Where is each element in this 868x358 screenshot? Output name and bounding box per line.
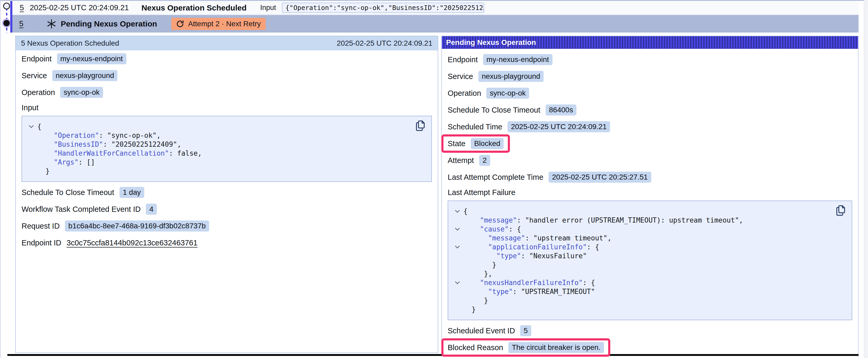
state-annotation-highlight: StateBlocked xyxy=(441,134,510,153)
chevron-gutter xyxy=(455,245,463,249)
json-line: "message": "upstream timeout", xyxy=(455,234,845,242)
json-line: "type": "NexusFailure" xyxy=(455,252,845,260)
pending-asterisk-icon xyxy=(46,19,57,29)
scrollbar-track[interactable] xyxy=(864,0,868,358)
event-details-panel-scheduled: 5 Nexus Operation Scheduled 2025-02-25 U… xyxy=(15,36,438,353)
field-label: Endpoint xyxy=(448,55,478,64)
json-line: }, xyxy=(455,269,845,278)
event-row-scheduled[interactable]: 5 2025-02-25 UTC 20:24:09.21 Nexus Opera… xyxy=(12,1,859,15)
detail-row: Operationsync-op-ok xyxy=(448,85,852,102)
json-line: } xyxy=(28,167,425,175)
field-value-badge: 86400s xyxy=(546,104,577,116)
field-label: Service xyxy=(448,72,473,81)
field-value-badge: sync-op-ok xyxy=(60,87,103,98)
field-label: Last Attempt Complete Time xyxy=(448,173,543,182)
collapse-chevron-icon[interactable] xyxy=(28,125,34,128)
json-line: { xyxy=(455,207,845,216)
detail-row: Workflow Task Completed Event ID4 xyxy=(22,201,432,218)
field-value-badge: 2025-02-25 UTC 20:25:27.51 xyxy=(549,172,651,183)
json-line: "HandlerWaitForCancellation": false, xyxy=(28,149,425,158)
panel-timestamp: 2025-02-25 UTC 20:24:09.21 xyxy=(337,39,432,47)
detail-row: Endpointmy-nexus-endpoint xyxy=(448,51,852,68)
field-value-badge: nexus-playground xyxy=(478,71,544,82)
input-preview-badge: {"Operation":"sync-op-ok","BusinessID":"… xyxy=(282,3,484,13)
event-id-link[interactable]: 5 xyxy=(20,3,24,12)
copy-button[interactable] xyxy=(835,205,846,217)
field-label: Scheduled Time xyxy=(448,123,502,131)
field-value-badge: my-nexus-endpoint xyxy=(57,53,126,64)
detail-row: Schedule To Close Timeout1 day xyxy=(22,184,432,201)
chevron-gutter xyxy=(455,209,463,213)
field-value-badge: 1 day xyxy=(120,187,145,198)
json-viewer: { "message": "handler error (UPSTREAM_TI… xyxy=(448,200,852,320)
detail-row: Blocked ReasonThe circuit breaker is ope… xyxy=(448,339,852,356)
event-marker-open-icon[interactable] xyxy=(3,3,10,9)
field-value-badge: sync-op-ok xyxy=(486,88,529,99)
field-label: Service xyxy=(22,71,47,80)
field-value-badge: nexus-playground xyxy=(52,70,118,81)
panel-header: 5 Nexus Operation Scheduled 2025-02-25 U… xyxy=(16,36,438,51)
retry-badge-label: Attempt 2 · Next Retry xyxy=(188,20,261,28)
event-id-link[interactable]: 5 xyxy=(19,20,23,28)
field-label: State xyxy=(448,139,466,148)
field-label: Workflow Task Completed Event ID xyxy=(22,205,141,214)
field-label: Attempt xyxy=(448,156,474,165)
retry-badge: Attempt 2 · Next Retry xyxy=(171,18,266,30)
event-row-pending[interactable]: 5 Pending Nexus Operation Attempt 2 · Ne… xyxy=(12,15,859,33)
copy-icon xyxy=(415,120,426,131)
detail-row: Scheduled Time2025-02-25 UTC 20:24:09.21 xyxy=(448,118,852,135)
field-label: Operation xyxy=(448,89,481,98)
window-bottom-edge xyxy=(7,354,859,356)
input-label: Input xyxy=(260,4,276,12)
field-label: Blocked Reason xyxy=(448,343,503,352)
field-label: Request ID xyxy=(22,222,60,230)
json-line: } xyxy=(455,260,845,269)
json-line: } xyxy=(455,296,845,305)
detail-row: Scheduled Event ID5 xyxy=(448,322,852,339)
collapse-chevron-icon[interactable] xyxy=(455,245,460,249)
json-line: "Operation": "sync-op-ok", xyxy=(28,131,425,140)
detail-row: Operationsync-op-ok xyxy=(22,84,432,101)
field-value-badge: b1c6a4bc-8ee7-468a-9169-df3b02c8737b xyxy=(65,221,209,231)
endpoint-id-link[interactable]: 3c0c75ccfa8144b092c13ce632463761 xyxy=(67,238,197,247)
json-line: "nexusHandlerFailureInfo": { xyxy=(455,278,845,287)
field-label: Schedule To Close Timeout xyxy=(22,188,114,197)
field-value-badge: 2025-02-25 UTC 20:24:09.21 xyxy=(507,121,610,132)
field-value-badge: 2 xyxy=(479,155,490,166)
event-title: Pending Nexus Operation xyxy=(61,20,157,28)
panel-title: 5 Nexus Operation Scheduled xyxy=(21,39,119,47)
page-top-border xyxy=(0,0,868,1)
json-line: "BusinessID": "20250225122409", xyxy=(28,140,425,149)
detail-row: StateBlocked xyxy=(448,135,852,152)
field-label: Schedule To Close Timeout xyxy=(448,106,540,115)
field-label: Scheduled Event ID xyxy=(448,326,515,335)
detail-row: Servicenexus-playground xyxy=(448,68,852,85)
detail-row: Endpoint ID3c0c75ccfa8144b092c13ce632463… xyxy=(22,234,432,251)
detail-row: Last Attempt Failure xyxy=(448,186,852,199)
panel-title: Pending Nexus Operation xyxy=(446,38,536,47)
collapse-chevron-icon[interactable] xyxy=(455,281,460,285)
json-line: "Args": [] xyxy=(28,158,425,167)
field-value-badge: The circuit breaker is open. xyxy=(508,342,604,353)
active-event-accent-bar xyxy=(10,1,12,33)
field-label: Endpoint ID xyxy=(22,238,61,247)
json-line: "cause": { xyxy=(455,225,845,234)
chevron-gutter xyxy=(455,281,463,285)
json-line: "message": "handler error (UPSTREAM_TIME… xyxy=(455,216,845,225)
event-marker-selected-icon[interactable] xyxy=(3,20,10,26)
chevron-gutter xyxy=(28,125,37,128)
detail-row: Servicenexus-playground xyxy=(22,67,432,84)
json-line: "type": "UPSTREAM_TIMEOUT" xyxy=(455,287,845,296)
detail-row: Attempt2 xyxy=(448,152,852,169)
panel-header-pending: Pending Nexus Operation xyxy=(442,36,858,49)
detail-row: Endpointmy-nexus-endpoint xyxy=(22,51,432,67)
json-line: "applicationFailureInfo": { xyxy=(455,242,845,252)
field-value-badge: 4 xyxy=(146,204,157,215)
field-label: Endpoint xyxy=(22,55,52,63)
field-value-badge: Blocked xyxy=(471,138,504,149)
collapse-chevron-icon[interactable] xyxy=(455,227,460,231)
detail-row: Schedule To Close Timeout86400s xyxy=(448,102,852,118)
collapse-chevron-icon[interactable] xyxy=(455,209,460,213)
event-title: Nexus Operation Scheduled xyxy=(141,3,246,12)
copy-button[interactable] xyxy=(415,120,426,132)
